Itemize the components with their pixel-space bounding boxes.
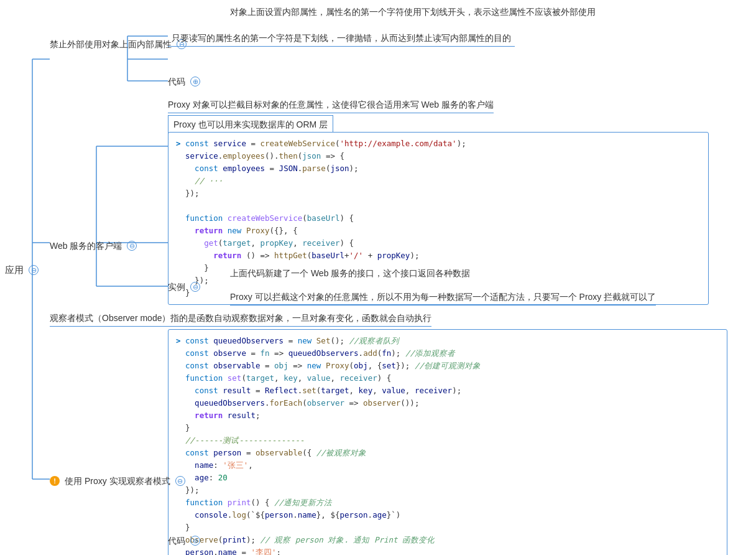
code-toggle-2[interactable]: ⊖ xyxy=(190,536,200,546)
ban-desc-section: 只要读写的属性名的第一个字符是下划线，一律抛错，从而达到禁止读写内部属性的目的 xyxy=(168,30,515,47)
observer-node: ! 使用 Proxy 实现观察者模式 ⊖ xyxy=(50,473,185,489)
example-node: 实例 ⊖ xyxy=(168,279,200,295)
example-desc-2: Proxy 可以拦截这个对象的任意属性，所以不用为每一种数据写一个适配方法，只要… xyxy=(230,290,656,305)
code-toggle-1[interactable]: ⊕ xyxy=(190,77,200,86)
web-service-node: Web 服务的客户端 ⊖ xyxy=(50,238,137,254)
page: 对象上面设置内部属性，属性名的第一个字符使用下划线开头，表示这些属性不应该被外部… xyxy=(0,0,756,555)
code-label-1: 代码 ⊕ xyxy=(168,73,200,90)
code-block-observer: > const queuedObservers = new Set(); //观… xyxy=(168,327,727,555)
observer-desc: 观察者模式（Observer mode）指的是函数自动观察数据对象，一旦对象有变… xyxy=(50,311,431,327)
top-description: 对象上面设置内部属性，属性名的第一个字符使用下划线开头，表示这些属性不应该被外部… xyxy=(230,5,596,19)
example-toggle[interactable]: ⊖ xyxy=(190,282,200,292)
root-node: 应用 ⊖ xyxy=(5,261,39,279)
observer-toggle[interactable]: ⊖ xyxy=(175,476,185,486)
root-toggle[interactable]: ⊖ xyxy=(29,265,39,275)
web-service-toggle[interactable]: ⊖ xyxy=(127,241,137,251)
warning-icon: ! xyxy=(50,476,60,486)
code-block-1: > const service = createWebService('http… xyxy=(168,129,709,307)
example-desc-1: 上面代码新建了一个 Web 服务的接口，这个接口返回各种数据 xyxy=(230,266,470,280)
proxy-desc-1: Proxy 对象可以拦截目标对象的任意属性，这使得它很合适用来写 Web 服务的… xyxy=(168,96,494,113)
code-label-2: 代码 ⊖ xyxy=(168,533,200,549)
ban-external-node: 禁止外部使用对象上面内部属性 ⊖ xyxy=(50,36,187,52)
